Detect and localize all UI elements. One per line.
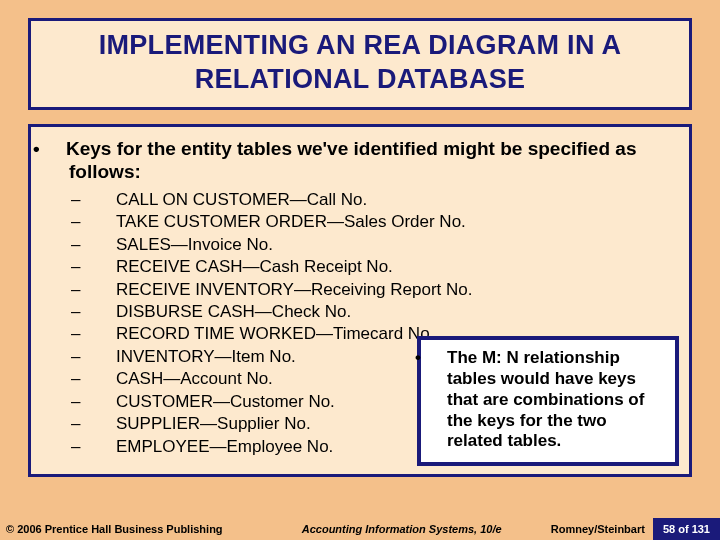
list-item: –RECEIVE INVENTORY—Receiving Report No. xyxy=(95,279,673,301)
intro-text: •Keys for the entity tables we've identi… xyxy=(69,137,673,183)
slide-title: IMPLEMENTING AN REA DIAGRAM IN A RELATIO… xyxy=(41,29,679,97)
dash-icon: – xyxy=(95,346,116,368)
dash-icon: – xyxy=(95,436,116,458)
dash-icon: – xyxy=(95,279,116,301)
list-item: –CALL ON CUSTOMER—Call No. xyxy=(95,189,673,211)
callout-box: •The M: N relationship tables would have… xyxy=(417,336,679,466)
dash-icon: – xyxy=(95,189,116,211)
footer-authors: Romney/Steinbart xyxy=(551,523,653,535)
footer-copyright: © 2006 Prentice Hall Business Publishing xyxy=(0,523,223,535)
content-box: •Keys for the entity tables we've identi… xyxy=(28,124,692,478)
dash-icon: – xyxy=(95,323,116,345)
list-item: –RECEIVE CASH—Cash Receipt No. xyxy=(95,256,673,278)
bullet-icon: • xyxy=(51,137,66,160)
callout-text: •The M: N relationship tables would have… xyxy=(431,348,665,452)
dash-icon: – xyxy=(95,368,116,390)
dash-icon: – xyxy=(95,211,116,233)
dash-icon: – xyxy=(95,391,116,413)
intro-label: Keys for the entity tables we've identif… xyxy=(66,138,636,182)
callout-label: The M: N relationship tables would have … xyxy=(447,348,644,450)
slide-title-box: IMPLEMENTING AN REA DIAGRAM IN A RELATIO… xyxy=(28,18,692,110)
dash-icon: – xyxy=(95,234,116,256)
dash-icon: – xyxy=(95,413,116,435)
bullet-icon: • xyxy=(431,348,447,369)
list-item: –SALES—Invoice No. xyxy=(95,234,673,256)
dash-icon: – xyxy=(95,256,116,278)
list-item: –TAKE CUSTOMER ORDER—Sales Order No. xyxy=(95,211,673,233)
list-item: –DISBURSE CASH—Check No. xyxy=(95,301,673,323)
footer-book: Accounting Information Systems, 10/e xyxy=(223,523,551,535)
footer-page-number: 58 of 131 xyxy=(653,518,720,540)
dash-icon: – xyxy=(95,301,116,323)
slide-footer: © 2006 Prentice Hall Business Publishing… xyxy=(0,518,720,540)
